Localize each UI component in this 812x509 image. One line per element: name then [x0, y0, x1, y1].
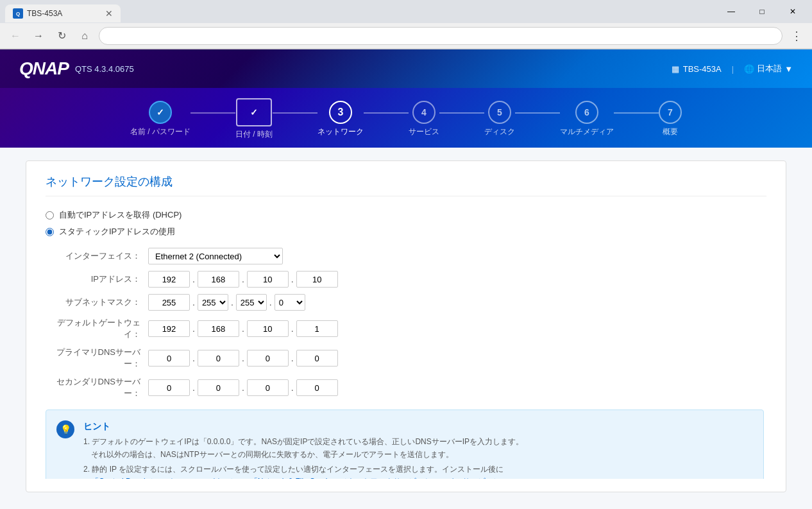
step-6-label: マルチメディア	[560, 126, 614, 137]
dns1-label: プライマリDNSサーバー：	[46, 347, 148, 370]
dns2-oct3[interactable]	[247, 379, 289, 396]
qts-version: QTS 4.3.4.0675	[75, 64, 134, 74]
qnap-logo: QNAP	[19, 58, 69, 79]
tab-close-button[interactable]: ✕	[105, 8, 113, 19]
step-2-label: 日付 / 時刻	[235, 129, 273, 140]
subnet-label: サブネットマスク：	[46, 297, 148, 308]
globe-icon: 🌐	[744, 64, 754, 74]
ip-oct3[interactable]	[247, 271, 289, 288]
hint-box: 💡 ヒント 1. デフォルトのゲートウェイIPは「0.0.0.0」です。NASが…	[46, 410, 764, 479]
hint-link[interactable]: 「Control Panel（コントロール・パネル）」>「Network & F…	[91, 477, 513, 479]
tab-title: TBS-453A	[27, 9, 62, 18]
gw-oct3[interactable]	[247, 320, 289, 337]
step-1-label: 名前 / パスワード	[130, 126, 190, 137]
dns2-controls: . . .	[148, 379, 338, 396]
interface-select[interactable]: Ethernet 1 (Connected)Ethernet 2 (Connec…	[148, 248, 283, 264]
dns2-label: セカンダリDNSサーバー：	[46, 376, 148, 399]
step-connector-2-3	[273, 112, 317, 114]
tab-favicon: Q	[13, 8, 23, 19]
hint-icon: 💡	[56, 420, 74, 438]
gw-oct2[interactable]	[198, 320, 239, 337]
gw-oct1[interactable]	[148, 320, 190, 337]
step-5: 5 ディスク	[484, 101, 515, 137]
dhcp-radio[interactable]	[46, 211, 54, 220]
step-3-label: ネットワーク	[317, 126, 364, 137]
ip-oct2[interactable]	[198, 271, 239, 288]
step-bar: ✓ 名前 / パスワード ✓ 日付 / 時刻 3 ネットワーク 4 サービス 5…	[0, 88, 812, 148]
ip-row: IPアドレス： . . .	[46, 271, 764, 288]
step-1-circle: ✓	[149, 101, 172, 124]
action-bar: キャンセル 戻る 次へ	[0, 505, 812, 509]
address-bar[interactable]	[99, 27, 782, 45]
dhcp-label[interactable]: 自動でIPアドレスを取得 (DHCP)	[46, 209, 764, 221]
restore-button[interactable]: □	[748, 3, 776, 21]
step-4: 4 サービス	[409, 101, 439, 137]
lang-arrow-icon: ▼	[784, 64, 793, 74]
browser-chrome: Q TBS-453A ✕ — □ ✕ ← → ↻ ⌂ ⋮	[0, 0, 812, 49]
static-option[interactable]: スタティックIPアドレスの使用	[46, 226, 764, 237]
hint-line1: 1. デフォルトのゲートウェイIPは「0.0.0.0」です。NASが固定IPで設…	[83, 436, 523, 460]
step-4-label: サービス	[409, 126, 439, 137]
main-content: ネットワーク設定の構成 自動でIPアドレスを取得 (DHCP) スタティックIP…	[0, 148, 812, 505]
browser-titlebar: Q TBS-453A ✕ — □ ✕	[0, 0, 812, 23]
interface-label: インターフェイス：	[46, 250, 148, 262]
ip-controls: . . .	[148, 271, 338, 288]
hint-content: ヒント 1. デフォルトのゲートウェイIPは「0.0.0.0」です。NASが固定…	[83, 419, 523, 479]
forward-nav-button[interactable]: →	[30, 27, 47, 45]
gw-oct4[interactable]	[296, 320, 338, 337]
ip-oct1[interactable]	[148, 271, 190, 288]
subnet-oct3-select[interactable]: 2552542522482402241921280	[236, 294, 267, 311]
gateway-label: デフォルトゲートウェイ：	[46, 317, 148, 340]
hint-title: ヒント	[83, 419, 523, 433]
logo-area: QNAP QTS 4.3.4.0675	[19, 58, 134, 79]
dns1-oct1[interactable]	[148, 350, 190, 367]
step-connector-4-5	[439, 112, 484, 114]
hint-line2: 2. 静的 IP を設定するには、スクロールバーを使って設定したい適切なインター…	[83, 463, 523, 479]
language-selector[interactable]: 🌐 日本語 ▼	[744, 63, 793, 74]
device-info: ▦ TBS-453A	[672, 64, 722, 74]
reload-button[interactable]: ↻	[53, 27, 71, 45]
ip-oct4[interactable]	[296, 271, 338, 288]
home-button[interactable]: ⌂	[76, 27, 94, 45]
static-label[interactable]: スタティックIPアドレスの使用	[46, 226, 764, 237]
language-label: 日本語	[757, 63, 782, 74]
step-3-circle: 3	[329, 101, 352, 124]
dns1-oct4[interactable]	[296, 350, 338, 367]
interface-controls: Ethernet 1 (Connected)Ethernet 2 (Connec…	[148, 248, 283, 264]
dns2-oct2[interactable]	[198, 379, 239, 396]
back-nav-button[interactable]: ←	[6, 27, 24, 45]
subnet-row: サブネットマスク： . 2552542522482402241921280 . …	[46, 294, 764, 311]
step-1: ✓ 名前 / パスワード	[130, 101, 190, 137]
scroll-area[interactable]: 自動でIPアドレスを取得 (DHCP) スタティックIPアドレスの使用 インター…	[46, 209, 766, 479]
close-button[interactable]: ✕	[779, 3, 807, 21]
subnet-controls: . 2552542522482402241921280 . 2552542522…	[148, 294, 305, 311]
step-connector-1-2	[190, 112, 235, 114]
subnet-oct1[interactable]	[148, 294, 190, 311]
dhcp-option[interactable]: 自動でIPアドレスを取得 (DHCP)	[46, 209, 764, 221]
dns1-oct2[interactable]	[198, 350, 239, 367]
step-connector-3-4	[364, 112, 409, 114]
gateway-row: デフォルトゲートウェイ： . . .	[46, 317, 764, 340]
step-7-circle: 7	[659, 101, 682, 124]
subnet-oct2-select[interactable]: 2552542522482402241921280	[198, 294, 228, 311]
minimize-button[interactable]: —	[717, 3, 745, 21]
header-divider: |	[732, 64, 734, 74]
qnap-app: QNAP QTS 4.3.4.0675 ▦ TBS-453A | 🌐 日本語 ▼…	[0, 49, 812, 509]
dns1-row: プライマリDNSサーバー： . . .	[46, 347, 764, 370]
ip-label: IPアドレス：	[46, 273, 148, 285]
step-4-circle: 4	[412, 101, 436, 124]
step-5-circle: 5	[488, 101, 511, 124]
browser-toolbar: ← → ↻ ⌂ ⋮	[0, 23, 812, 49]
dns2-oct4[interactable]	[296, 379, 338, 396]
device-name: TBS-453A	[683, 64, 722, 74]
browser-tab[interactable]: Q TBS-453A ✕	[5, 4, 121, 22]
header-right: ▦ TBS-453A | 🌐 日本語 ▼	[672, 63, 793, 74]
dns2-oct1[interactable]	[148, 379, 190, 396]
gateway-controls: . . .	[148, 320, 338, 337]
content-card: ネットワーク設定の構成 自動でIPアドレスを取得 (DHCP) スタティックIP…	[26, 160, 786, 492]
dns1-oct3[interactable]	[247, 350, 289, 367]
browser-menu-button[interactable]: ⋮	[788, 27, 806, 45]
static-radio[interactable]	[46, 228, 54, 236]
subnet-oct4-select[interactable]: 0128	[275, 294, 305, 311]
step-connector-6-7	[614, 112, 659, 114]
